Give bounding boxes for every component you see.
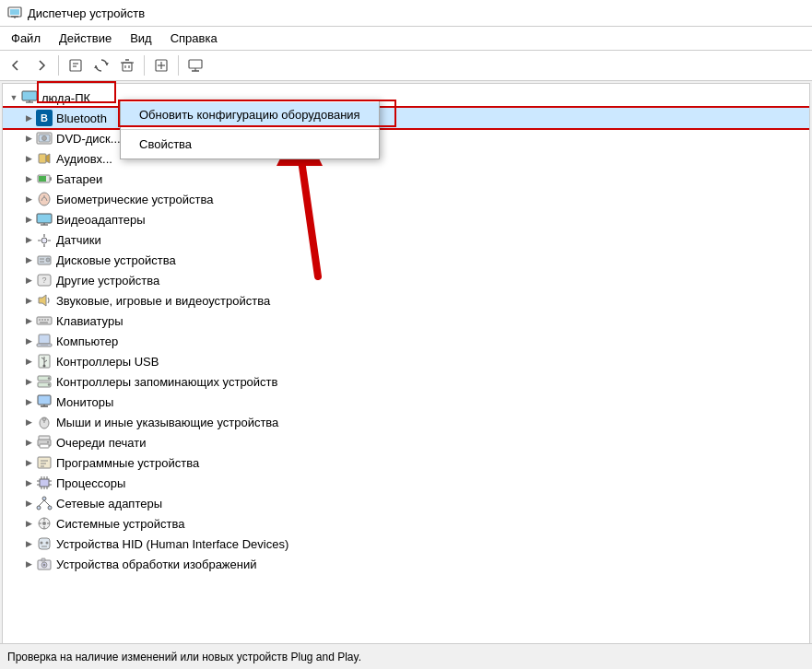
computer-view-btn[interactable] <box>183 53 207 77</box>
view-menu[interactable]: Вид <box>123 29 159 48</box>
svg-point-25 <box>42 136 47 141</box>
dvd-toggle[interactable]: ▶ <box>21 131 36 146</box>
action-menu[interactable]: Действие <box>52 29 119 48</box>
tree-item-network[interactable]: ▶ Сетевые адаптеры <box>3 493 809 513</box>
tree-item-sound[interactable]: ▶ Звуковые, игровые и видеоустройства <box>3 290 809 311</box>
storage-label: Контроллеры запоминающих устройств <box>56 375 277 389</box>
sensor-icon <box>36 231 53 248</box>
scan-hw-btn[interactable] <box>149 53 173 77</box>
tree-item-hid[interactable]: ▶ Устройства HID (Human Interface Device… <box>3 534 809 554</box>
svg-rect-20 <box>22 91 37 100</box>
computer-toggle[interactable]: ▶ <box>21 334 36 348</box>
bluetooth-toggle[interactable]: ▶ <box>21 111 36 125</box>
disk-toggle[interactable]: ▶ <box>21 252 36 267</box>
svg-rect-104 <box>41 558 45 561</box>
network-toggle[interactable]: ▶ <box>21 496 36 511</box>
root-label: люда-ПК <box>41 91 90 105</box>
tree-item-usb[interactable]: ▶ Контроллеры USB <box>3 351 809 371</box>
sound-toggle[interactable]: ▶ <box>21 293 36 308</box>
other-toggle[interactable]: ▶ <box>21 273 36 288</box>
svg-rect-47 <box>44 319 46 321</box>
menu-bar: Файл Действие Вид Справка <box>0 27 812 51</box>
context-menu-separator <box>121 129 379 130</box>
title-bar-text: Диспетчер устройств <box>28 6 145 20</box>
battery-toggle[interactable]: ▶ <box>21 171 36 186</box>
tree-item-display[interactable]: ▶ Видеоадаптеры <box>3 209 809 229</box>
mouse-icon <box>36 414 53 430</box>
hid-toggle[interactable]: ▶ <box>21 536 36 551</box>
tree-item-software[interactable]: ▶ Программные устройства <box>3 452 809 473</box>
bluetooth-icon: B <box>36 110 53 126</box>
svg-line-91 <box>44 500 50 506</box>
tree-item-cpu[interactable]: ▶ Процессоры <box>3 473 809 493</box>
svg-rect-52 <box>41 345 48 346</box>
system-label: Системные устройства <box>56 517 184 531</box>
print-label: Очереди печати <box>56 436 147 450</box>
audio-toggle[interactable]: ▶ <box>21 151 36 166</box>
biometric-toggle[interactable]: ▶ <box>21 192 36 206</box>
svg-point-100 <box>46 542 49 545</box>
uninstall-btn[interactable] <box>115 53 139 77</box>
tree-item-biometric[interactable]: ▶ Биометрические устройства <box>3 189 809 209</box>
properties-btn[interactable] <box>64 53 88 77</box>
tree-item-disk[interactable]: ▶ Дисковые устройства <box>3 250 809 270</box>
storage-toggle[interactable]: ▶ <box>21 374 36 389</box>
forward-btn[interactable] <box>29 53 53 77</box>
context-menu-update-hw[interactable]: Обновить конфигурацию оборудования <box>121 102 379 127</box>
update-driver-btn[interactable] <box>89 53 113 77</box>
tree-item-sensor[interactable]: ▶ Датчики <box>3 229 809 250</box>
computer-item-label: Компьютер <box>56 334 118 348</box>
file-menu[interactable]: Файл <box>4 29 48 48</box>
help-menu[interactable]: Справка <box>163 29 225 48</box>
software-toggle[interactable]: ▶ <box>21 455 36 470</box>
sensor-toggle[interactable]: ▶ <box>21 232 36 247</box>
tree-item-computer[interactable]: ▶ Компьютер <box>3 331 809 351</box>
svg-rect-50 <box>39 334 50 344</box>
computer-item-icon <box>36 333 53 349</box>
tree-view: ▼ люда-ПК ▶ B Bluetooth ▶ <box>3 84 809 650</box>
svg-point-88 <box>37 506 41 510</box>
tree-item-other[interactable]: ▶ ? Другие устройства <box>3 270 809 290</box>
toolbar-sep-1 <box>58 55 59 76</box>
biometric-icon <box>36 191 53 207</box>
network-label: Сетевые адаптеры <box>56 497 162 511</box>
tree-item-imaging[interactable]: ▶ Устройства обработки изображений <box>3 554 809 574</box>
mouse-label: Мыши и иные указывающие устройства <box>56 416 278 429</box>
main-content: ▼ люда-ПК ▶ B Bluetooth ▶ <box>2 83 810 651</box>
tree-item-mouse[interactable]: ▶ Мыши и иные указывающие устройства <box>3 412 809 432</box>
mouse-toggle[interactable]: ▶ <box>21 415 36 429</box>
tree-item-monitor[interactable]: ▶ Мониторы <box>3 392 809 412</box>
svg-rect-46 <box>41 319 43 321</box>
network-icon <box>36 495 53 511</box>
sensor-label: Датчики <box>56 233 101 247</box>
svg-point-89 <box>48 506 52 510</box>
svg-point-60 <box>48 377 50 379</box>
system-toggle[interactable]: ▶ <box>21 516 36 531</box>
imaging-toggle[interactable]: ▶ <box>21 557 36 571</box>
display-toggle[interactable]: ▶ <box>21 212 36 227</box>
dvd-label: DVD-диск... <box>56 132 121 146</box>
svg-line-90 <box>39 500 44 506</box>
svg-rect-30 <box>39 176 46 182</box>
tree-item-system[interactable]: ▶ Системные устройства <box>3 513 809 534</box>
imaging-label: Устройства обработки изображений <box>56 558 257 571</box>
toolbar <box>0 51 812 81</box>
back-btn[interactable] <box>4 53 28 77</box>
svg-rect-17 <box>189 60 202 68</box>
tree-item-print[interactable]: ▶ Очереди печати <box>3 432 809 452</box>
tree-item-battery[interactable]: ▶ Батареи <box>3 169 809 189</box>
cpu-toggle[interactable]: ▶ <box>21 475 36 490</box>
root-toggle[interactable]: ▼ <box>6 90 21 105</box>
context-menu-properties[interactable]: Свойства <box>121 132 379 157</box>
usb-toggle[interactable]: ▶ <box>21 354 36 369</box>
svg-point-67 <box>42 418 46 421</box>
print-toggle[interactable]: ▶ <box>21 435 36 450</box>
monitor-toggle[interactable]: ▶ <box>21 394 36 409</box>
software-icon <box>36 454 53 471</box>
keyboard-toggle[interactable]: ▶ <box>21 313 36 328</box>
toolbar-sep-2 <box>144 55 145 76</box>
tree-item-keyboard[interactable]: ▶ Клавиатуры <box>3 311 809 331</box>
svg-point-31 <box>39 193 50 205</box>
tree-item-storage[interactable]: ▶ Контроллеры запоминающих устройств <box>3 371 809 392</box>
svg-rect-9 <box>123 63 132 71</box>
